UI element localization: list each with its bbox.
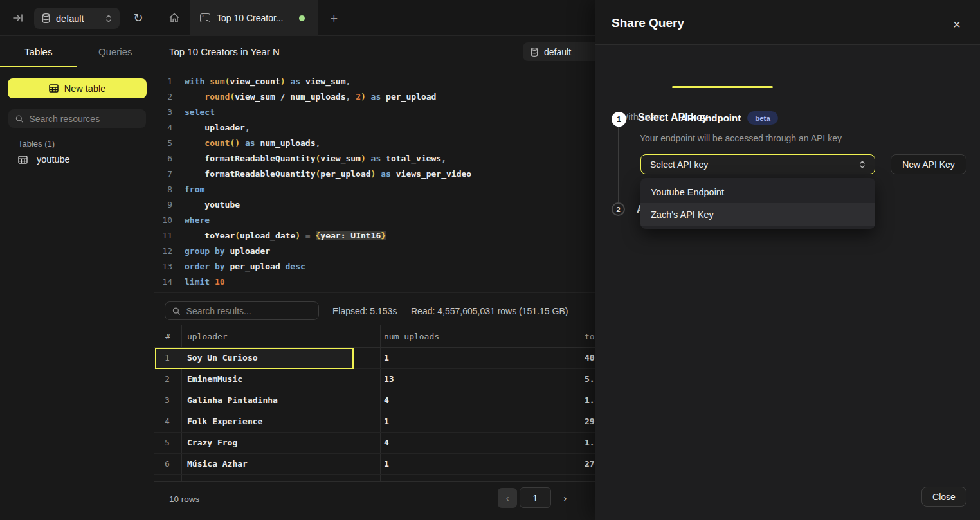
new-table-label: New table	[64, 84, 105, 94]
cell-uploader[interactable]: EminemMusic	[187, 374, 242, 384]
refresh-button[interactable]: ↻	[129, 9, 147, 27]
dropdown-option[interactable]: Zach's API Key	[640, 203, 875, 226]
line-number: 14	[154, 274, 172, 290]
cell-uploader[interactable]: Galinha Pintadinha	[187, 395, 278, 405]
terminal-icon	[200, 13, 210, 22]
home-button[interactable]	[165, 9, 183, 27]
table-icon	[18, 156, 28, 164]
line-number: 4	[154, 120, 172, 136]
topbar-left: default ↻	[0, 0, 154, 36]
row-number[interactable]: 1	[165, 353, 170, 363]
chevron-updown-icon	[105, 14, 112, 23]
line-number: 5	[154, 136, 172, 151]
elapsed-stat: Elapsed: 5.153s	[332, 306, 397, 316]
table-icon	[49, 84, 59, 93]
line-number: 9	[154, 197, 172, 213]
close-icon[interactable]: ×	[948, 16, 966, 32]
beta-badge: beta	[747, 111, 778, 125]
row-number[interactable]: 2	[165, 374, 170, 384]
new-table-button[interactable]: New table	[8, 78, 147, 98]
search-icon	[172, 307, 181, 316]
next-page-button[interactable]: ›	[557, 488, 574, 508]
step-2-badge: 2	[612, 202, 625, 216]
sidebar-tabs: Tables Queries	[0, 36, 154, 67]
query-tab[interactable]: Top 10 Creator...	[190, 0, 318, 36]
table-name: youtube	[37, 154, 70, 165]
share-panel-tabs: With users API Endpoint beta	[595, 45, 980, 90]
step-1-badge: 1	[612, 112, 626, 127]
code-text: limit 10	[185, 274, 225, 290]
step-1-title: Select API key	[638, 112, 708, 123]
query-database-label: default	[544, 47, 571, 57]
code-text: round(view_sum / num_uploads, 2) as per_…	[185, 89, 436, 105]
home-icon	[168, 12, 180, 24]
code-text: from	[185, 182, 204, 197]
share-panel-title: Share Query	[612, 16, 684, 30]
line-number: 1	[154, 74, 172, 89]
col-header-index: #	[165, 332, 170, 341]
cell-num-uploads[interactable]: 13	[384, 374, 394, 384]
line-number: 11	[154, 228, 172, 244]
line-number: 8	[154, 182, 172, 197]
resource-search-input[interactable]	[29, 114, 139, 124]
search-icon	[15, 114, 23, 123]
tab-tables[interactable]: Tables	[0, 36, 77, 67]
cell-num-uploads[interactable]: 1	[384, 417, 389, 426]
step-connector-line	[618, 127, 619, 202]
code-text: formatReadableQuantity(view_sum) as tota…	[185, 151, 446, 166]
previous-page-button[interactable]: ‹	[498, 488, 517, 508]
row-number[interactable]: 4	[165, 417, 170, 426]
api-key-dropdown: Youtube EndpointZach's API Key	[640, 178, 875, 229]
tables-section-label: Tables (1)	[18, 139, 55, 148]
col-header-uploader: uploader	[187, 332, 228, 341]
cell-num-uploads[interactable]: 4	[384, 395, 389, 405]
code-text: toYear(upload_date) = {year: UInt16}	[185, 228, 386, 244]
read-stat: Read: 4,557,605,031 rows (151.15 GB)	[411, 306, 568, 316]
chevron-updown-icon	[859, 160, 866, 169]
code-text: order by per_upload desc	[185, 259, 305, 274]
dropdown-option[interactable]: Youtube Endpoint	[640, 181, 875, 203]
collapse-sidebar-button[interactable]	[9, 9, 27, 27]
cell-uploader[interactable]: Soy Un Curioso	[187, 353, 258, 363]
resource-search[interactable]	[8, 109, 146, 128]
new-tab-button[interactable]: ＋	[325, 9, 343, 27]
new-api-key-button[interactable]: New API Key	[891, 154, 966, 174]
sidebar-item-youtube[interactable]: youtube	[18, 154, 70, 165]
row-count: 10 rows	[169, 494, 199, 504]
cell-uploader[interactable]: Música Azhar	[187, 459, 248, 469]
line-number: 12	[154, 244, 172, 259]
page-number-button[interactable]: 1	[520, 487, 551, 508]
api-key-select[interactable]: Select API key	[640, 154, 875, 174]
share-query-panel: Share Query × With users API Endpoint be…	[595, 0, 980, 520]
database-selector[interactable]: default	[34, 8, 120, 29]
code-text: uploader,	[185, 120, 250, 136]
code-text: group by uploader	[185, 244, 270, 259]
cell-uploader[interactable]: Folk Experience	[187, 417, 262, 426]
results-search[interactable]	[165, 301, 319, 320]
cell-uploader[interactable]: Crazy Frog	[187, 438, 237, 447]
tab-status-dot	[299, 15, 305, 21]
line-number: 3	[154, 105, 172, 120]
code-text: youtube	[185, 197, 240, 213]
query-title: Top 10 Creators in Year N	[169, 46, 280, 57]
row-number[interactable]: 3	[165, 395, 170, 405]
database-selector-label: default	[56, 13, 100, 24]
cell-num-uploads[interactable]: 1	[384, 353, 389, 363]
results-search-input[interactable]	[186, 306, 311, 316]
line-number: 7	[154, 166, 172, 182]
line-number: 6	[154, 151, 172, 166]
tab-queries[interactable]: Queries	[77, 36, 154, 67]
close-button[interactable]: Close	[921, 487, 966, 507]
active-tab-underline	[672, 86, 773, 88]
step-1-description: Your endpoint will be accessed through a…	[640, 133, 842, 143]
database-icon	[531, 48, 538, 57]
code-text: count() as num_uploads,	[185, 136, 320, 151]
cell-num-uploads[interactable]: 4	[384, 438, 389, 447]
code-text: select	[185, 105, 215, 120]
query-tab-label: Top 10 Creator...	[217, 13, 284, 23]
code-text: formatReadableQuantity(per_upload) as vi…	[185, 166, 471, 182]
row-number[interactable]: 5	[165, 438, 170, 447]
line-number: 2	[154, 89, 172, 105]
row-number[interactable]: 6	[165, 459, 170, 469]
cell-num-uploads[interactable]: 1	[384, 459, 389, 469]
